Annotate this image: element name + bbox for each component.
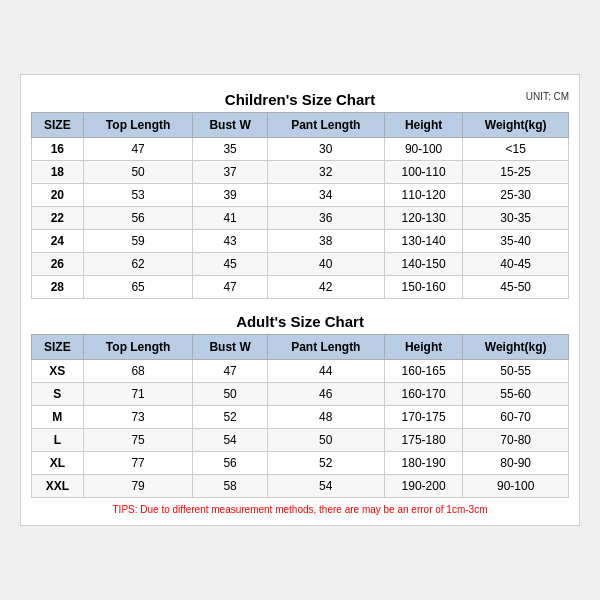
list-item: 38 — [267, 230, 384, 253]
list-item: 56 — [83, 207, 193, 230]
list-item: XXL — [32, 475, 84, 498]
table-row: S715046160-17055-60 — [32, 383, 569, 406]
list-item: 62 — [83, 253, 193, 276]
col-bust-header: Bust W — [193, 113, 267, 138]
list-item: 35-40 — [463, 230, 569, 253]
list-item: 65 — [83, 276, 193, 299]
table-row: 26624540140-15040-45 — [32, 253, 569, 276]
list-item: 40-45 — [463, 253, 569, 276]
list-item: 35 — [193, 138, 267, 161]
list-item: XS — [32, 360, 84, 383]
adult-col-size: SIZE — [32, 335, 84, 360]
list-item: S — [32, 383, 84, 406]
list-item: 47 — [193, 276, 267, 299]
col-top-length-header: Top Length — [83, 113, 193, 138]
col-pant-header: Pant Length — [267, 113, 384, 138]
list-item: 46 — [267, 383, 384, 406]
list-item: 36 — [267, 207, 384, 230]
list-item: 54 — [193, 429, 267, 452]
table-row: XL775652180-19080-90 — [32, 452, 569, 475]
list-item: 25-30 — [463, 184, 569, 207]
table-row: M735248170-17560-70 — [32, 406, 569, 429]
list-item: 75 — [83, 429, 193, 452]
children-tbody: 1647353090-100<1518503732100-11015-25205… — [32, 138, 569, 299]
table-row: L755450175-18070-80 — [32, 429, 569, 452]
list-item: 42 — [267, 276, 384, 299]
adult-header-row: SIZE Top Length Bust W Pant Length Heigh… — [32, 335, 569, 360]
children-header-row: SIZE Top Length Bust W Pant Length Heigh… — [32, 113, 569, 138]
children-table: SIZE Top Length Bust W Pant Length Heigh… — [31, 112, 569, 299]
list-item: 18 — [32, 161, 84, 184]
list-item: 170-175 — [384, 406, 462, 429]
list-item: 180-190 — [384, 452, 462, 475]
list-item: 47 — [193, 360, 267, 383]
list-item: 37 — [193, 161, 267, 184]
size-chart-card: Children's Size Chart UNIT: CM SIZE Top … — [20, 74, 580, 526]
table-row: 18503732100-11015-25 — [32, 161, 569, 184]
list-item: 140-150 — [384, 253, 462, 276]
list-item: 48 — [267, 406, 384, 429]
adult-col-height: Height — [384, 335, 462, 360]
list-item: 120-130 — [384, 207, 462, 230]
list-item: 50 — [83, 161, 193, 184]
list-item: XL — [32, 452, 84, 475]
list-item: 45 — [193, 253, 267, 276]
children-section: Children's Size Chart UNIT: CM SIZE Top … — [31, 85, 569, 299]
list-item: 56 — [193, 452, 267, 475]
list-item: 70-80 — [463, 429, 569, 452]
adult-col-weight: Weight(kg) — [463, 335, 569, 360]
list-item: 50-55 — [463, 360, 569, 383]
adult-col-top-length: Top Length — [83, 335, 193, 360]
list-item: 16 — [32, 138, 84, 161]
tips-text: TIPS: Due to different measurement metho… — [31, 504, 569, 515]
list-item: 47 — [83, 138, 193, 161]
unit-label: UNIT: CM — [526, 91, 569, 102]
list-item: 41 — [193, 207, 267, 230]
list-item: 130-140 — [384, 230, 462, 253]
col-height-header: Height — [384, 113, 462, 138]
list-item: 28 — [32, 276, 84, 299]
list-item: 71 — [83, 383, 193, 406]
list-item: 52 — [193, 406, 267, 429]
list-item: 190-200 — [384, 475, 462, 498]
table-row: 28654742150-16045-50 — [32, 276, 569, 299]
list-item: 54 — [267, 475, 384, 498]
list-item: 73 — [83, 406, 193, 429]
list-item: 55-60 — [463, 383, 569, 406]
list-item: 59 — [83, 230, 193, 253]
list-item: 22 — [32, 207, 84, 230]
list-item: 40 — [267, 253, 384, 276]
list-item: 26 — [32, 253, 84, 276]
table-row: 22564136120-13030-35 — [32, 207, 569, 230]
list-item: 68 — [83, 360, 193, 383]
list-item: 50 — [267, 429, 384, 452]
list-item: M — [32, 406, 84, 429]
list-item: <15 — [463, 138, 569, 161]
adult-col-pant: Pant Length — [267, 335, 384, 360]
list-item: 110-120 — [384, 184, 462, 207]
list-item: 34 — [267, 184, 384, 207]
list-item: 44 — [267, 360, 384, 383]
children-title-text: Children's Size Chart — [225, 91, 375, 108]
list-item: 39 — [193, 184, 267, 207]
list-item: 90-100 — [384, 138, 462, 161]
table-row: 1647353090-100<15 — [32, 138, 569, 161]
list-item: 150-160 — [384, 276, 462, 299]
list-item: L — [32, 429, 84, 452]
adult-tbody: XS684744160-16550-55S715046160-17055-60M… — [32, 360, 569, 498]
col-weight-header: Weight(kg) — [463, 113, 569, 138]
list-item: 77 — [83, 452, 193, 475]
list-item: 175-180 — [384, 429, 462, 452]
list-item: 24 — [32, 230, 84, 253]
list-item: 160-170 — [384, 383, 462, 406]
table-row: XXL795854190-20090-100 — [32, 475, 569, 498]
list-item: 80-90 — [463, 452, 569, 475]
list-item: 53 — [83, 184, 193, 207]
list-item: 58 — [193, 475, 267, 498]
list-item: 43 — [193, 230, 267, 253]
list-item: 15-25 — [463, 161, 569, 184]
list-item: 20 — [32, 184, 84, 207]
adult-table: SIZE Top Length Bust W Pant Length Heigh… — [31, 334, 569, 498]
adult-title-text: Adult's Size Chart — [236, 313, 364, 330]
list-item: 30-35 — [463, 207, 569, 230]
